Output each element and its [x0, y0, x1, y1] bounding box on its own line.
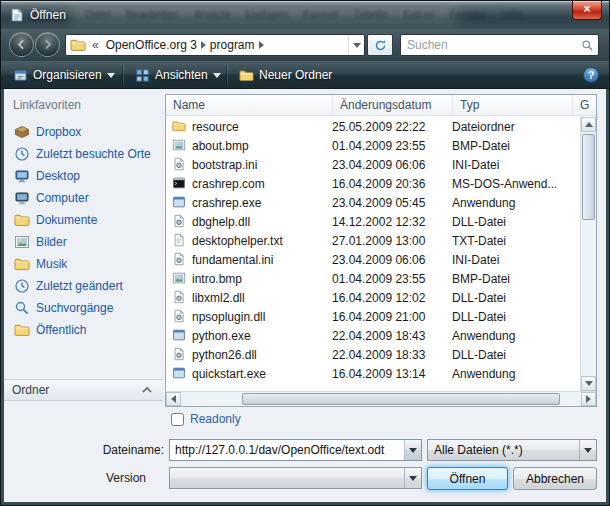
gearpage-icon — [172, 252, 187, 267]
background-menu-item: Bearbeiten — [126, 8, 179, 20]
file-row[interactable]: dbghelp.dll14.12.2002 12:32DLL-Datei — [166, 212, 580, 231]
sidebar-item-label: Musik — [36, 257, 67, 271]
forward-button[interactable] — [35, 32, 60, 57]
column-header-name[interactable]: Name — [166, 95, 333, 115]
file-date: 27.01.2009 13:00 — [332, 234, 452, 248]
file-row[interactable]: about.bmp01.04.2009 23:55BMP-Datei — [166, 136, 580, 155]
filename-dropdown-button[interactable] — [404, 440, 421, 460]
file-row[interactable]: crashrep.com16.04.2009 20:36MS-DOS-Anwen… — [166, 174, 580, 193]
sidebar-item-zuletzt-geändert[interactable]: Zuletzt geändert — [10, 275, 162, 297]
horizontal-scroll-thumb[interactable] — [242, 393, 560, 405]
file-row[interactable]: desktophelper.txt27.01.2009 13:00TXT-Dat… — [166, 231, 580, 250]
sidebar-item-dokumente[interactable]: Dokumente — [10, 209, 162, 231]
sidebar-item-computer[interactable]: Computer — [10, 187, 162, 209]
file-row[interactable]: resource25.05.2009 22:22Dateiordner — [166, 117, 580, 136]
help-button[interactable]: ? — [583, 67, 599, 83]
sidebar-item-label: Computer — [36, 191, 89, 205]
views-button[interactable]: Ansichten — [127, 64, 229, 86]
filetype-value: Alle Dateien (*.*) — [428, 440, 579, 460]
sidebar-item-suchvorgänge[interactable]: Suchvorgänge — [10, 297, 162, 319]
vertical-scrollbar[interactable] — [580, 117, 596, 391]
sidebar-item-label: Desktop — [36, 169, 80, 183]
file-name: dbghelp.dll — [192, 215, 332, 229]
file-type: Anwendung — [452, 367, 580, 381]
open-file-dialog: DateiBearbeitenAnsichtEinfügenFormatTabe… — [0, 0, 610, 506]
toolbar-divider — [227, 66, 228, 84]
folder-icon — [70, 37, 86, 53]
filetype-combobox[interactable]: Alle Dateien (*.*) — [427, 439, 597, 461]
column-headers: Name Änderungsdatum Typ G — [166, 95, 596, 116]
file-row[interactable]: crashrep.exe23.04.2009 05:45Anwendung — [166, 193, 580, 212]
breadcrumb-overflow-chevron[interactable]: « — [92, 38, 99, 52]
file-date: 23.04.2009 06:06 — [332, 253, 452, 267]
vertical-scroll-thumb[interactable] — [582, 134, 595, 220]
file-name: about.bmp — [192, 139, 332, 153]
sidebar-item-bilder[interactable]: Bilder — [10, 231, 162, 253]
version-label: Version — [24, 467, 146, 489]
file-row[interactable]: libxml2.dll16.04.2009 12:02DLL-Datei — [166, 288, 580, 307]
sidebar-item-zuletzt-besuchte-orte[interactable]: Zuletzt besuchte Orte — [10, 143, 162, 165]
file-date: 25.05.2009 22:22 — [332, 120, 452, 134]
navigation-bar: « OpenOffice.org 3 program — [1, 29, 609, 61]
breadcrumb-segment[interactable]: OpenOffice.org 3 — [102, 38, 201, 52]
scroll-right-button[interactable] — [581, 392, 596, 406]
background-menu-item: Einfügen — [245, 8, 288, 20]
sidebar-item-label: Bilder — [36, 235, 67, 249]
organize-button[interactable]: Organisieren — [5, 64, 123, 86]
file-row[interactable]: python26.dll22.04.2009 18:33DLL-Datei — [166, 345, 580, 364]
search-icon — [14, 300, 30, 316]
file-row[interactable]: python.exe22.04.2009 18:43Anwendung — [166, 326, 580, 345]
file-row[interactable]: quickstart.exe16.04.2009 13:14Anwendung — [166, 364, 580, 383]
sidebar-item-label: Suchvorgänge — [36, 301, 113, 315]
column-header-size[interactable]: G — [573, 95, 596, 115]
new-folder-button[interactable]: Neuer Ordner — [231, 64, 340, 86]
scroll-up-button[interactable] — [581, 117, 596, 132]
favorite-links-header: Linkfavoriten — [13, 98, 81, 112]
sidebar-item-dropbox[interactable]: Dropbox — [10, 121, 162, 143]
close-button[interactable]: × — [572, 1, 602, 20]
back-button[interactable] — [9, 32, 34, 57]
column-header-type[interactable]: Typ — [453, 95, 573, 115]
version-dropdown-button[interactable] — [404, 468, 421, 488]
address-bar[interactable]: « OpenOffice.org 3 program — [65, 34, 365, 56]
desktop-icon — [14, 168, 30, 184]
search-input[interactable] — [401, 38, 576, 52]
refresh-button[interactable] — [367, 34, 393, 56]
background-menu-item: Tabelle — [353, 8, 388, 20]
breadcrumb-segment[interactable]: program — [206, 38, 259, 52]
file-date: 16.04.2009 21:00 — [332, 310, 452, 324]
file-row[interactable]: intro.bmp01.04.2009 23:55BMP-Datei — [166, 269, 580, 288]
file-type: Anwendung — [452, 329, 580, 343]
window-title: Öffnen — [30, 8, 66, 22]
address-dropdown-button[interactable] — [348, 35, 364, 55]
scroll-down-button[interactable] — [581, 376, 596, 391]
chevron-right-icon[interactable] — [259, 41, 264, 49]
filename-input[interactable] — [170, 440, 404, 460]
file-name: python.exe — [192, 329, 332, 343]
background-menu-item: Fenster — [449, 8, 486, 20]
folders-expander[interactable]: Ordner — [4, 379, 163, 401]
sidebar-item-desktop[interactable]: Desktop — [10, 165, 162, 187]
file-date: 01.04.2009 23:55 — [332, 272, 452, 286]
search-icon[interactable] — [576, 39, 598, 52]
version-combobox[interactable] — [169, 467, 422, 489]
file-row[interactable]: bootstrap.ini23.04.2009 06:06INI-Datei — [166, 155, 580, 174]
file-row[interactable]: fundamental.ini23.04.2009 06:06INI-Datei — [166, 250, 580, 269]
sidebar-item-öffentlich[interactable]: Öffentlich — [10, 319, 162, 341]
readonly-checkbox[interactable] — [171, 413, 184, 426]
scroll-left-button[interactable] — [166, 392, 181, 406]
file-name: intro.bmp — [192, 272, 332, 286]
horizontal-scrollbar[interactable] — [166, 391, 596, 406]
sidebar-item-label: Öffentlich — [36, 323, 86, 337]
sidebar-item-musik[interactable]: Musik — [10, 253, 162, 275]
filetype-dropdown-button[interactable] — [579, 440, 596, 460]
organize-icon — [13, 68, 28, 83]
cancel-button[interactable]: Abbrechen — [513, 467, 597, 490]
open-button[interactable]: Öffnen — [427, 467, 508, 490]
filename-combobox — [169, 439, 422, 461]
column-header-date[interactable]: Änderungsdatum — [333, 95, 453, 115]
file-date: 16.04.2009 12:02 — [332, 291, 452, 305]
file-row[interactable]: npsoplugin.dll16.04.2009 21:00DLL-Datei — [166, 307, 580, 326]
file-name: fundamental.ini — [192, 253, 332, 267]
file-name: desktophelper.txt — [192, 234, 332, 248]
